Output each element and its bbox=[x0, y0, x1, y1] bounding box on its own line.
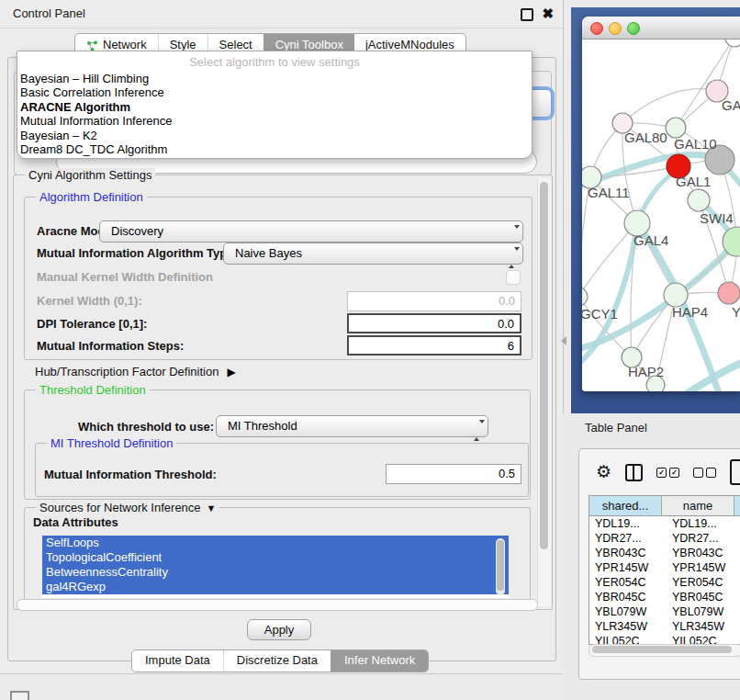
column-header-cut[interactable] bbox=[734, 496, 740, 516]
node-gcy1[interactable] bbox=[582, 288, 588, 306]
attributes-scrollbar[interactable] bbox=[496, 538, 505, 595]
data-attributes-list: SelfLoopsTopologicalCoefficientBetweenne… bbox=[42, 536, 509, 598]
close-icon[interactable]: ✖ bbox=[542, 5, 554, 23]
corner-widget[interactable] bbox=[10, 691, 29, 700]
apply-button[interactable]: Apply bbox=[247, 619, 311, 640]
table-row[interactable]: YBL079WYBL079W bbox=[589, 604, 740, 619]
algorithm-option-bayesian-hill-climbing[interactable]: Bayesian – Hill Climbing bbox=[17, 72, 532, 85]
table-row[interactable]: YLR345WYLR345W9. bbox=[589, 619, 740, 634]
table-row[interactable]: YIL052CYIL052C9 bbox=[589, 634, 740, 644]
table-cell[interactable]: YBR043C bbox=[667, 546, 740, 560]
table-body: YDL19...YDL19...13YDR27...YDR27...12YBR0… bbox=[589, 516, 740, 644]
float-icon[interactable] bbox=[521, 8, 533, 21]
mi-threshold-field[interactable]: 0.5 bbox=[386, 464, 521, 484]
table-cell[interactable]: YPR145W bbox=[589, 560, 667, 575]
table-horizontal-scrollbar[interactable] bbox=[589, 644, 740, 657]
network-canvas[interactable]: GAL7GAL80GAL10GAL1GAL11SWI4GAL4GCY1HAP4Y… bbox=[582, 40, 740, 391]
table-cell[interactable]: YPR145W bbox=[667, 560, 740, 575]
table-row[interactable]: YDL19...YDL19...13 bbox=[589, 516, 740, 531]
settings-scrollbar-thumb[interactable] bbox=[540, 182, 548, 549]
algorithm-option-mutual-information-inference[interactable]: Mutual Information Inference bbox=[17, 114, 532, 128]
gear-icon[interactable]: ⚙ bbox=[596, 463, 611, 481]
node-label-hap2: HAP2 bbox=[628, 364, 664, 379]
table-cell[interactable]: YDL19... bbox=[589, 516, 667, 531]
minimize-button[interactable] bbox=[609, 22, 622, 35]
table-cell[interactable]: YDR27... bbox=[589, 531, 667, 546]
table-cell[interactable]: YBR045C bbox=[589, 590, 667, 604]
bottom-tabs: Impute DataDiscretize DataInfer Network bbox=[131, 649, 429, 672]
node-label-y: Y bbox=[732, 304, 740, 320]
control-panel-titlebar: Control Panel ✖ bbox=[0, 0, 563, 28]
control-panel-window: Control Panel ✖ NetworkStyleSelectCyni T… bbox=[0, 0, 564, 674]
table-cell[interactable]: YBL079W bbox=[589, 604, 667, 619]
settings-horizontal-scrollbar[interactable] bbox=[17, 599, 538, 611]
table-row[interactable]: YPR145WYPR145W9. bbox=[589, 560, 740, 575]
network-desktop: GAL7GAL80GAL10GAL1GAL11SWI4GAL4GCY1HAP4Y… bbox=[571, 7, 740, 413]
attribute-selfloops[interactable]: SelfLoops bbox=[42, 536, 509, 550]
node-gal10[interactable] bbox=[666, 118, 686, 138]
node-label-gal7: GAL7 bbox=[722, 97, 740, 113]
which-threshold-combo[interactable]: MI Threshold bbox=[216, 415, 488, 437]
table-cell[interactable]: YER054C bbox=[667, 575, 740, 590]
attribute-gal4rgexp[interactable]: gal4RGexp bbox=[42, 580, 509, 594]
table-row[interactable]: YER054CYER054C8. bbox=[589, 575, 740, 590]
tab-infer-network[interactable]: Infer Network bbox=[331, 650, 428, 672]
attributes-scrollbar-thumb[interactable] bbox=[497, 540, 504, 591]
table-cell[interactable]: YBR043C bbox=[589, 546, 667, 560]
kernel-width-field[interactable]: 0.0 bbox=[347, 291, 521, 311]
algorithm-option-basic-correlation-inference[interactable]: Basic Correlation Inference bbox=[17, 85, 532, 99]
collapse-arrow-icon: ▼ bbox=[207, 502, 217, 514]
split-columns-icon[interactable] bbox=[625, 464, 643, 481]
table-row[interactable]: YDR27...YDR27...12 bbox=[589, 531, 740, 546]
tab-discretize-data[interactable]: Discretize Data bbox=[223, 650, 331, 672]
attribute-betweennesscentrality[interactable]: BetweennessCentrality bbox=[42, 565, 509, 580]
table-cell[interactable]: YDL19... bbox=[667, 516, 740, 531]
table-cell[interactable]: YLR345W bbox=[589, 619, 667, 634]
algorithm-option-aracne-algorithm[interactable]: ARACNE Algorithm bbox=[17, 100, 532, 114]
table-cell[interactable]: YBL079W bbox=[667, 604, 740, 619]
node-label-swi4: SWI4 bbox=[700, 210, 734, 226]
aracne-mode-combo[interactable]: Discovery bbox=[99, 220, 523, 243]
node-label-gal1: GAL1 bbox=[676, 174, 711, 189]
table-row[interactable]: YBR045CYBR045C9. bbox=[589, 590, 740, 604]
table-cell[interactable]: YER054C bbox=[589, 575, 667, 590]
kernel-width-label: Kernel Width (0,1): bbox=[37, 294, 142, 308]
network-window-titlebar[interactable] bbox=[582, 17, 740, 40]
node-y[interactable] bbox=[718, 282, 740, 304]
split-pane-divider-icon[interactable] bbox=[561, 336, 566, 345]
table-cell[interactable]: YDR27... bbox=[667, 531, 740, 546]
algorithm-option-bayesian-k2[interactable]: Bayesian – K2 bbox=[17, 129, 532, 142]
table-cell[interactable]: YBR045C bbox=[667, 590, 740, 604]
close-button[interactable] bbox=[590, 22, 603, 35]
network-icon bbox=[86, 39, 98, 51]
table-cell[interactable]: YIL052C bbox=[589, 634, 667, 644]
document-icon[interactable] bbox=[730, 459, 740, 485]
sources-title[interactable]: Sources for Network Inference▼ bbox=[36, 501, 219, 514]
table-panel-title: Table Panel bbox=[585, 421, 647, 435]
table-row[interactable]: YBR043CYBR043C bbox=[589, 546, 740, 560]
table-scrollbar-thumb[interactable] bbox=[592, 646, 732, 653]
algorithm-option-dream8-dc-tdc-algorithm[interactable]: Dream8 DC_TDC Algorithm bbox=[17, 142, 532, 156]
node-unlabeled-top[interactable] bbox=[725, 40, 740, 47]
column-header-shared[interactable]: shared... bbox=[589, 496, 662, 516]
attribute-topologicalcoefficient[interactable]: TopologicalCoefficient bbox=[42, 550, 509, 565]
zoom-button[interactable] bbox=[627, 22, 640, 35]
combo-arrows-icon bbox=[474, 421, 480, 441]
unchecked-boxes-icon[interactable] bbox=[693, 468, 716, 478]
settings-scrollbar[interactable] bbox=[537, 178, 551, 606]
node-swi4[interactable] bbox=[688, 189, 710, 211]
table-header-row: shared...name bbox=[589, 496, 740, 516]
checked-boxes-icon[interactable]: ✓✓ bbox=[656, 468, 679, 478]
mi-steps-field[interactable]: 6 bbox=[347, 335, 521, 356]
hub-definition-expander[interactable]: Hub/Transcription Factor Definition▶ bbox=[35, 365, 236, 378]
node-label-gal11: GAL11 bbox=[588, 185, 630, 200]
node-label-gal80: GAL80 bbox=[624, 130, 667, 145]
table-cell[interactable]: YLR345W bbox=[667, 619, 740, 634]
mi-type-combo[interactable]: Naive Bayes bbox=[223, 243, 523, 265]
manual-kernel-checkbox[interactable] bbox=[506, 270, 521, 285]
mi-threshold-label: Mutual Information Threshold: bbox=[44, 468, 217, 481]
tab-impute-data[interactable]: Impute Data bbox=[132, 650, 223, 672]
table-cell[interactable]: YIL052C bbox=[667, 634, 740, 644]
dpi-tolerance-field[interactable]: 0.0 bbox=[347, 313, 521, 333]
column-header-name[interactable]: name bbox=[662, 496, 734, 516]
